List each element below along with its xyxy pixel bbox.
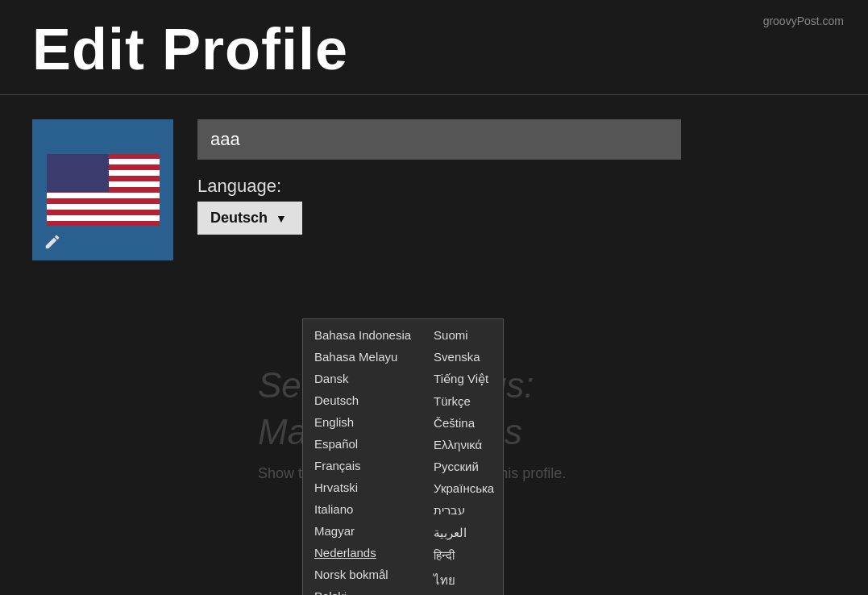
- language-option-francais[interactable]: Français: [303, 455, 422, 476]
- stripe-8: [47, 193, 160, 198]
- dropdown-column-left: Bahasa Indonesia Bahasa Melayu Dansk Deu…: [303, 324, 422, 595]
- flag-image: [47, 154, 160, 227]
- language-option-greek[interactable]: Ελληνικά: [422, 434, 505, 456]
- language-option-hebrew[interactable]: עברית: [422, 499, 505, 522]
- language-option-nederlands[interactable]: Nederlands: [303, 542, 422, 564]
- language-option-svenska[interactable]: Svenska: [422, 346, 505, 368]
- watermark: groovyPost.com: [763, 15, 844, 27]
- language-option-russian[interactable]: Русский: [422, 456, 505, 477]
- language-section: Language: Deutsch ▼: [197, 176, 836, 235]
- username-input[interactable]: [197, 119, 681, 160]
- language-option-italiano[interactable]: Italiano: [303, 498, 422, 520]
- language-option-english[interactable]: English: [303, 411, 422, 433]
- language-option-norsk[interactable]: Norsk bokmål: [303, 564, 422, 585]
- main-content: Language: Deutsch ▼: [0, 95, 868, 285]
- header: Edit Profile: [0, 0, 868, 95]
- language-dropdown-button[interactable]: Deutsch ▼: [197, 202, 302, 235]
- language-option-arabic[interactable]: العربية: [422, 522, 505, 544]
- selected-language-label: Deutsch: [210, 210, 268, 227]
- language-option-hrvatski[interactable]: Hrvatski: [303, 476, 422, 498]
- page-title: Edit Profile: [32, 16, 836, 82]
- language-option-bahasa-indonesia[interactable]: Bahasa Indonesia: [303, 324, 422, 346]
- stripe-11: [47, 210, 160, 215]
- profile-form: Language: Deutsch ▼: [197, 119, 836, 260]
- chevron-down-icon: ▼: [276, 212, 287, 225]
- stripe-9: [47, 198, 160, 204]
- flag-canton: [47, 154, 109, 193]
- language-option-dansk[interactable]: Dansk: [303, 368, 422, 389]
- stripe-12: [47, 215, 160, 221]
- language-option-cestina[interactable]: Čeština: [422, 412, 505, 434]
- language-option-espanol[interactable]: Español: [303, 433, 422, 455]
- language-option-magyar[interactable]: Magyar: [303, 520, 422, 542]
- dropdown-column-right: Suomi Svenska Tiếng Việt Türkçe Čeština …: [422, 324, 505, 595]
- language-option-thai[interactable]: ไทย: [422, 567, 505, 594]
- language-option-polski[interactable]: Polski: [303, 585, 422, 595]
- language-option-bahasa-melayu[interactable]: Bahasa Melayu: [303, 346, 422, 368]
- pencil-icon: [44, 233, 61, 251]
- dropdown-columns: Bahasa Indonesia Bahasa Melayu Dansk Deu…: [303, 324, 503, 595]
- avatar-section: [32, 119, 173, 260]
- language-option-deutsch[interactable]: Deutsch: [303, 389, 422, 411]
- language-option-suomi[interactable]: Suomi: [422, 324, 505, 346]
- language-dropdown-panel: Bahasa Indonesia Bahasa Melayu Dansk Deu…: [302, 318, 504, 595]
- language-option-turkce[interactable]: Türkçe: [422, 390, 505, 412]
- stripe-10: [47, 204, 160, 210]
- edit-avatar-button[interactable]: [40, 230, 64, 254]
- language-option-ukrainian[interactable]: Українська: [422, 477, 505, 499]
- language-label: Language:: [197, 176, 836, 197]
- language-option-hindi[interactable]: हिन्दी: [422, 544, 505, 567]
- stripe-13: [47, 221, 160, 227]
- language-option-tieng-viet[interactable]: Tiếng Việt: [422, 368, 505, 390]
